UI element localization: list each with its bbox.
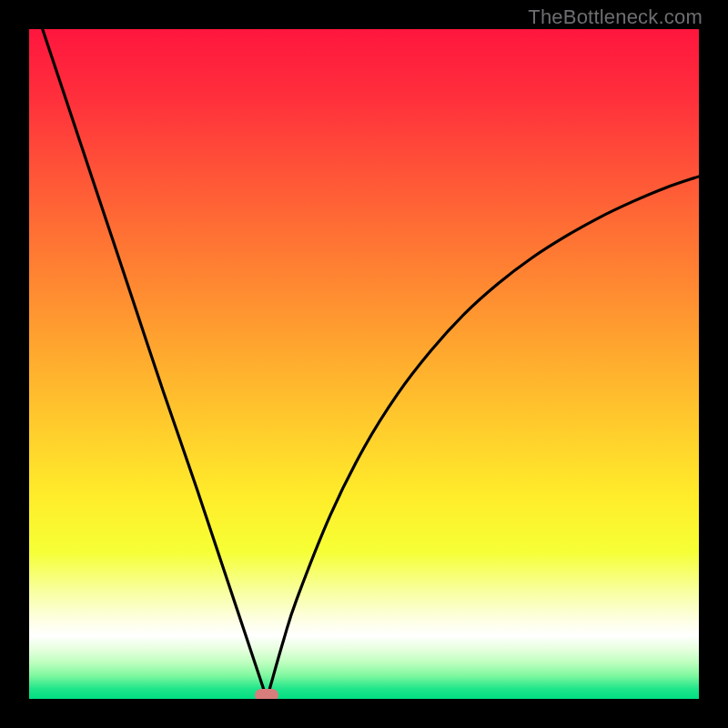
bottleneck-curve <box>29 29 699 699</box>
plot-area <box>29 29 699 699</box>
chart-stage: TheBottleneck.com <box>0 0 728 728</box>
optimum-marker <box>255 689 278 699</box>
watermark-text: TheBottleneck.com <box>528 5 703 29</box>
